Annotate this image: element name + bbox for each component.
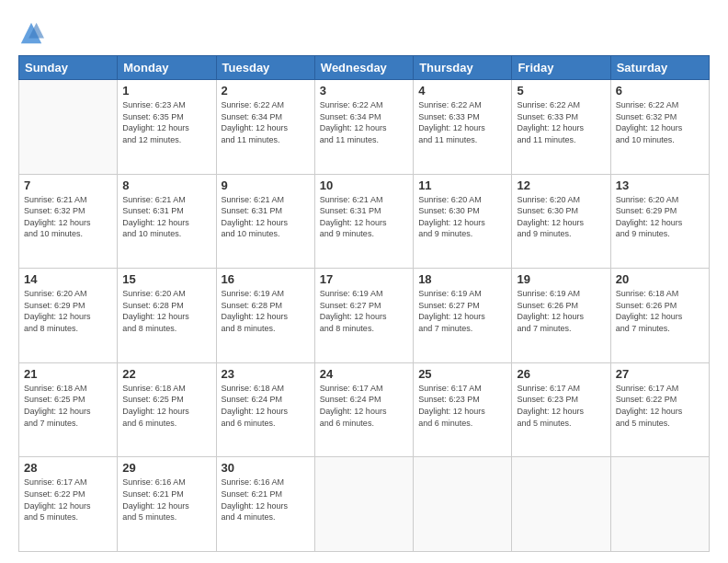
day-number: 22 bbox=[122, 367, 210, 381]
calendar-week-4: 21Sunrise: 6:18 AM Sunset: 6:25 PM Dayli… bbox=[19, 362, 710, 457]
day-info: Sunrise: 6:21 AM Sunset: 6:32 PM Dayligh… bbox=[24, 194, 112, 240]
day-number: 4 bbox=[418, 84, 506, 98]
day-info: Sunrise: 6:22 AM Sunset: 6:34 PM Dayligh… bbox=[222, 99, 310, 145]
calendar-cell: 21Sunrise: 6:18 AM Sunset: 6:25 PM Dayli… bbox=[19, 362, 118, 457]
day-number: 29 bbox=[122, 461, 210, 475]
day-info: Sunrise: 6:20 AM Sunset: 6:29 PM Dayligh… bbox=[24, 288, 112, 334]
calendar-cell: 18Sunrise: 6:19 AM Sunset: 6:27 PM Dayli… bbox=[414, 269, 512, 363]
calendar-cell: 4Sunrise: 6:22 AM Sunset: 6:33 PM Daylig… bbox=[414, 80, 512, 175]
calendar-cell: 26Sunrise: 6:17 AM Sunset: 6:23 PM Dayli… bbox=[512, 362, 610, 457]
header bbox=[18, 17, 710, 46]
calendar-week-5: 28Sunrise: 6:17 AM Sunset: 6:22 PM Dayli… bbox=[19, 457, 710, 552]
calendar-cell: 28Sunrise: 6:17 AM Sunset: 6:22 PM Dayli… bbox=[19, 457, 118, 552]
day-info: Sunrise: 6:22 AM Sunset: 6:33 PM Dayligh… bbox=[517, 99, 605, 145]
calendar-table: SundayMondayTuesdayWednesdayThursdayFrid… bbox=[18, 55, 710, 552]
day-number: 1 bbox=[122, 84, 210, 98]
calendar-header-row: SundayMondayTuesdayWednesdayThursdayFrid… bbox=[19, 56, 710, 80]
calendar-cell bbox=[512, 457, 610, 552]
day-number: 19 bbox=[517, 272, 605, 286]
day-info: Sunrise: 6:20 AM Sunset: 6:30 PM Dayligh… bbox=[517, 194, 605, 240]
day-info: Sunrise: 6:21 AM Sunset: 6:31 PM Dayligh… bbox=[320, 194, 408, 240]
day-number: 12 bbox=[517, 178, 605, 192]
day-info: Sunrise: 6:17 AM Sunset: 6:23 PM Dayligh… bbox=[517, 383, 605, 429]
day-number: 8 bbox=[122, 178, 210, 192]
weekday-header-friday: Friday bbox=[512, 56, 610, 80]
calendar-week-3: 14Sunrise: 6:20 AM Sunset: 6:29 PM Dayli… bbox=[19, 269, 710, 363]
day-number: 26 bbox=[517, 367, 605, 381]
calendar-cell: 5Sunrise: 6:22 AM Sunset: 6:33 PM Daylig… bbox=[512, 80, 610, 175]
calendar-cell: 25Sunrise: 6:17 AM Sunset: 6:23 PM Dayli… bbox=[414, 362, 512, 457]
weekday-header-thursday: Thursday bbox=[414, 56, 512, 80]
calendar-cell: 2Sunrise: 6:22 AM Sunset: 6:34 PM Daylig… bbox=[216, 80, 314, 175]
day-number: 20 bbox=[616, 272, 704, 286]
calendar-cell: 8Sunrise: 6:21 AM Sunset: 6:31 PM Daylig… bbox=[118, 174, 216, 269]
day-info: Sunrise: 6:18 AM Sunset: 6:26 PM Dayligh… bbox=[616, 288, 704, 334]
day-info: Sunrise: 6:18 AM Sunset: 6:24 PM Dayligh… bbox=[222, 383, 310, 429]
day-info: Sunrise: 6:22 AM Sunset: 6:34 PM Dayligh… bbox=[320, 99, 408, 145]
calendar-week-2: 7Sunrise: 6:21 AM Sunset: 6:32 PM Daylig… bbox=[19, 174, 710, 269]
calendar-week-1: 1Sunrise: 6:23 AM Sunset: 6:35 PM Daylig… bbox=[19, 80, 710, 175]
day-info: Sunrise: 6:21 AM Sunset: 6:31 PM Dayligh… bbox=[222, 194, 310, 240]
page: SundayMondayTuesdayWednesdayThursdayFrid… bbox=[0, 0, 728, 563]
day-number: 18 bbox=[418, 272, 506, 286]
day-number: 6 bbox=[616, 84, 704, 98]
calendar-cell: 10Sunrise: 6:21 AM Sunset: 6:31 PM Dayli… bbox=[314, 174, 413, 269]
day-info: Sunrise: 6:22 AM Sunset: 6:33 PM Dayligh… bbox=[418, 99, 506, 145]
day-number: 14 bbox=[24, 272, 112, 286]
calendar-cell bbox=[414, 457, 512, 552]
calendar-cell: 24Sunrise: 6:17 AM Sunset: 6:24 PM Dayli… bbox=[314, 362, 413, 457]
calendar-cell: 12Sunrise: 6:20 AM Sunset: 6:30 PM Dayli… bbox=[512, 174, 610, 269]
day-number: 25 bbox=[418, 367, 506, 381]
day-info: Sunrise: 6:17 AM Sunset: 6:23 PM Dayligh… bbox=[418, 383, 506, 429]
calendar-cell: 11Sunrise: 6:20 AM Sunset: 6:30 PM Dayli… bbox=[414, 174, 512, 269]
day-number: 15 bbox=[122, 272, 210, 286]
calendar-cell: 19Sunrise: 6:19 AM Sunset: 6:26 PM Dayli… bbox=[512, 269, 610, 363]
day-number: 11 bbox=[418, 178, 506, 192]
day-info: Sunrise: 6:18 AM Sunset: 6:25 PM Dayligh… bbox=[24, 383, 112, 429]
day-info: Sunrise: 6:19 AM Sunset: 6:27 PM Dayligh… bbox=[320, 288, 408, 334]
day-info: Sunrise: 6:20 AM Sunset: 6:28 PM Dayligh… bbox=[122, 288, 210, 334]
calendar-cell: 14Sunrise: 6:20 AM Sunset: 6:29 PM Dayli… bbox=[19, 269, 118, 363]
day-number: 16 bbox=[222, 272, 310, 286]
calendar-cell: 30Sunrise: 6:16 AM Sunset: 6:21 PM Dayli… bbox=[216, 457, 314, 552]
weekday-header-saturday: Saturday bbox=[610, 56, 709, 80]
calendar-cell: 23Sunrise: 6:18 AM Sunset: 6:24 PM Dayli… bbox=[216, 362, 314, 457]
day-number: 5 bbox=[517, 84, 605, 98]
weekday-header-tuesday: Tuesday bbox=[216, 56, 314, 80]
day-info: Sunrise: 6:23 AM Sunset: 6:35 PM Dayligh… bbox=[122, 99, 210, 145]
day-number: 30 bbox=[222, 461, 310, 475]
calendar-cell: 16Sunrise: 6:19 AM Sunset: 6:28 PM Dayli… bbox=[216, 269, 314, 363]
day-number: 3 bbox=[320, 84, 408, 98]
day-info: Sunrise: 6:20 AM Sunset: 6:29 PM Dayligh… bbox=[616, 194, 704, 240]
day-number: 9 bbox=[222, 178, 310, 192]
calendar-cell: 13Sunrise: 6:20 AM Sunset: 6:29 PM Dayli… bbox=[610, 174, 709, 269]
day-number: 17 bbox=[320, 272, 408, 286]
day-info: Sunrise: 6:16 AM Sunset: 6:21 PM Dayligh… bbox=[222, 477, 310, 523]
day-number: 21 bbox=[24, 367, 112, 381]
day-info: Sunrise: 6:18 AM Sunset: 6:25 PM Dayligh… bbox=[122, 383, 210, 429]
calendar-cell: 7Sunrise: 6:21 AM Sunset: 6:32 PM Daylig… bbox=[19, 174, 118, 269]
day-info: Sunrise: 6:20 AM Sunset: 6:30 PM Dayligh… bbox=[418, 194, 506, 240]
calendar-cell: 22Sunrise: 6:18 AM Sunset: 6:25 PM Dayli… bbox=[118, 362, 216, 457]
day-number: 2 bbox=[222, 84, 310, 98]
calendar-cell: 29Sunrise: 6:16 AM Sunset: 6:21 PM Dayli… bbox=[118, 457, 216, 552]
weekday-header-wednesday: Wednesday bbox=[314, 56, 413, 80]
calendar-cell: 17Sunrise: 6:19 AM Sunset: 6:27 PM Dayli… bbox=[314, 269, 413, 363]
day-info: Sunrise: 6:19 AM Sunset: 6:26 PM Dayligh… bbox=[517, 288, 605, 334]
calendar-cell: 6Sunrise: 6:22 AM Sunset: 6:32 PM Daylig… bbox=[610, 80, 709, 175]
calendar-cell: 27Sunrise: 6:17 AM Sunset: 6:22 PM Dayli… bbox=[610, 362, 709, 457]
day-info: Sunrise: 6:19 AM Sunset: 6:28 PM Dayligh… bbox=[222, 288, 310, 334]
day-number: 13 bbox=[616, 178, 704, 192]
calendar-cell bbox=[314, 457, 413, 552]
day-info: Sunrise: 6:17 AM Sunset: 6:22 PM Dayligh… bbox=[24, 477, 112, 523]
calendar-cell: 20Sunrise: 6:18 AM Sunset: 6:26 PM Dayli… bbox=[610, 269, 709, 363]
day-info: Sunrise: 6:22 AM Sunset: 6:32 PM Dayligh… bbox=[616, 99, 704, 145]
day-info: Sunrise: 6:16 AM Sunset: 6:21 PM Dayligh… bbox=[122, 477, 210, 523]
logo bbox=[18, 20, 48, 46]
day-number: 27 bbox=[616, 367, 704, 381]
calendar-cell: 3Sunrise: 6:22 AM Sunset: 6:34 PM Daylig… bbox=[314, 80, 413, 175]
day-number: 23 bbox=[222, 367, 310, 381]
calendar-cell: 9Sunrise: 6:21 AM Sunset: 6:31 PM Daylig… bbox=[216, 174, 314, 269]
day-info: Sunrise: 6:21 AM Sunset: 6:31 PM Dayligh… bbox=[122, 194, 210, 240]
day-number: 28 bbox=[24, 461, 112, 475]
